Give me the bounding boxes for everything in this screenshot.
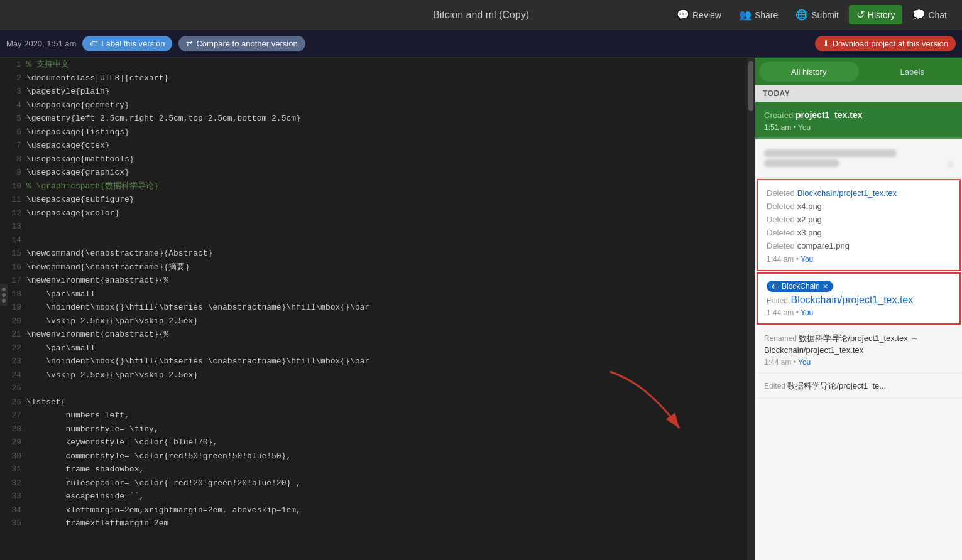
history-item-blockchain-edit[interactable]: 🏷 BlockChain ✕ Edited Blockchain/project… [757, 272, 961, 325]
header: Bitcion and ml (Copy) 💬 Review 👥 Share 🌐… [0, 0, 962, 30]
line-content: \par\small [24, 342, 746, 355]
gutter-dot [2, 299, 6, 303]
item-meta: 1:51 am • You [764, 123, 953, 132]
code-line: 23 \noindent\mbox{}\hfill{\bfseries \cna… [5, 355, 746, 369]
blockchain-tag: 🏷 BlockChain ✕ [767, 281, 833, 292]
compare-version-button[interactable]: ⇄ Compare to another version [178, 36, 305, 51]
code-line: 28 numberstyle= \tiny, [5, 423, 746, 436]
line-number: 11 [5, 193, 24, 207]
code-line: 1% 支持中文 [5, 58, 746, 72]
code-line: 20 \vskip 2.5ex}{\par\vskip 2.5ex} [5, 315, 746, 328]
line-content: \newcommand{\cnabstractname}{摘要} [24, 261, 746, 274]
line-number: 25 [5, 382, 24, 396]
code-line: 19 \noindent\mbox{}\hfill{\bfseries \ena… [5, 301, 746, 315]
line-number: 5 [5, 112, 24, 126]
line-number: 4 [5, 99, 24, 112]
code-line: 25 [5, 382, 746, 396]
item-meta-edit: 1:44 am • You [767, 308, 951, 317]
chat-icon: 💭 [912, 9, 925, 21]
line-number: 14 [5, 234, 24, 247]
history-item-deleted-group[interactable]: Deleted Blockchain/project1_tex.tex Dele… [757, 179, 961, 271]
deleted-entry-5: Deleted compare1.png [767, 239, 951, 252]
history-list: Today Created project1_tex.tex 1:51 am •… [755, 85, 962, 560]
gutter-dot [2, 293, 6, 297]
code-line: 3\pagestyle{plain} [5, 85, 746, 99]
history-button[interactable]: ↺ History [849, 5, 903, 24]
submit-button[interactable]: 🌐 Submit [788, 5, 846, 24]
tag-remove-button[interactable]: ✕ [823, 283, 828, 291]
code-line: 18 \par\small [5, 288, 746, 301]
history-item-blurred[interactable]: o [755, 139, 962, 178]
line-number: 3 [5, 85, 24, 99]
line-number: 6 [5, 126, 24, 139]
scrollbar-track[interactable] [747, 58, 755, 560]
submit-icon: 🌐 [795, 9, 808, 21]
history-item-renamed[interactable]: Renamed 数据科学导论/project1_tex.tex → Blockc… [755, 326, 962, 374]
download-version-button[interactable]: ⬇ Download project at this version [815, 36, 956, 51]
line-content: \usepackage{ctex} [24, 139, 746, 153]
line-content: rulesepcolor= \color{ red!20!green!20!bl… [24, 477, 746, 490]
item-action-row: Renamed 数据科学导论/project1_tex.tex → Blockc… [764, 332, 953, 355]
line-content: \par\small [24, 288, 746, 301]
item-meta-deleted: 1:44 am • You [767, 255, 951, 264]
tab-all-history[interactable]: All history [759, 62, 859, 82]
deleted-entry-4: Deleted x3.png [767, 226, 951, 239]
section-today: Today [755, 85, 962, 102]
item-meta-renamed: 1:44 am • You [764, 358, 953, 367]
code-line: 7\usepackage{ctex} [5, 139, 746, 153]
code-line: 16\newcommand{\cnabstractname}{摘要} [5, 261, 746, 274]
line-content: \newenvironment{cnabstract}{% [24, 328, 746, 342]
scrollbar-thumb[interactable] [748, 61, 753, 111]
tag-icon: 🏷 [90, 39, 98, 48]
line-content: % \graphicspath{数据科学导论} [24, 180, 746, 193]
code-line: 15\newcommand{\enabstractname}{Abstract} [5, 247, 746, 261]
line-number: 16 [5, 261, 24, 274]
review-button[interactable]: 💬 Review [669, 5, 729, 24]
deleted-entry-2: Deleted x4.png [767, 200, 951, 213]
line-content: \usepackage{graphicx} [24, 166, 746, 180]
review-icon: 💬 [677, 9, 689, 21]
line-content: framextleftmargin=2em [24, 517, 746, 530]
history-icon: ↺ [856, 9, 865, 21]
line-content: \usepackage{geometry} [24, 99, 746, 112]
code-line: 5\geometry{left=2.5cm,right=2.5cm,top=2.… [5, 112, 746, 126]
item-action-row: Edited 数据科学导论/project1_te... [764, 380, 953, 392]
line-number: 23 [5, 355, 24, 369]
line-content: \newcommand{\enabstractname}{Abstract} [24, 247, 746, 261]
code-line: 2\documentclass[UTF8]{ctexart} [5, 72, 746, 85]
code-line: 4\usepackage{geometry} [5, 99, 746, 112]
line-number: 12 [5, 207, 24, 220]
chat-button[interactable]: 💭 Chat [905, 5, 954, 24]
code-line: 29 keywordstyle= \color{ blue!70}, [5, 436, 746, 450]
tag-container: 🏷 BlockChain ✕ [767, 280, 951, 294]
tag-icon: 🏷 [772, 282, 779, 291]
code-panel: 1% 支持中文2\documentclass[UTF8]{ctexart}3\p… [0, 58, 755, 560]
code-line: 27 numbers=left, [5, 409, 746, 423]
left-gutter[interactable] [0, 284, 8, 306]
share-icon: 👥 [739, 9, 752, 21]
line-number: 17 [5, 274, 24, 288]
code-line: 31 frame=shadowbox, [5, 463, 746, 477]
share-button[interactable]: 👥 Share [731, 5, 785, 24]
blur-placeholder [764, 149, 897, 157]
line-number: 15 [5, 247, 24, 261]
line-content: numbers=left, [24, 409, 746, 423]
code-line: 26\lstset{ [5, 396, 746, 409]
code-line: 24 \vskip 2.5ex}{\par\vskip 2.5ex} [5, 369, 746, 382]
line-content: \usepackage{xcolor} [24, 207, 746, 220]
item-action: Created project1_tex.tex [764, 109, 953, 121]
line-number: 1 [5, 58, 24, 72]
code-line: 35 framextleftmargin=2em [5, 517, 746, 530]
main-content: 1% 支持中文2\documentclass[UTF8]{ctexart}3\p… [0, 58, 962, 560]
side-tabs: All history Labels [755, 58, 962, 85]
line-number: 26 [5, 396, 24, 409]
label-version-button[interactable]: 🏷 Label this version [82, 36, 172, 51]
tab-labels[interactable]: Labels [863, 58, 963, 85]
line-content: frame=shadowbox, [24, 463, 746, 477]
history-item-edited-data[interactable]: Edited 数据科学导论/project1_te... [755, 374, 962, 399]
history-item-active[interactable]: Created project1_tex.tex 1:51 am • You [755, 102, 962, 139]
code-editor[interactable]: 1% 支持中文2\documentclass[UTF8]{ctexart}3\p… [0, 58, 755, 560]
code-line: 22 \par\small [5, 342, 746, 355]
code-line: 32 rulesepcolor= \color{ red!20!green!20… [5, 477, 746, 490]
code-line: 12\usepackage{xcolor} [5, 207, 746, 220]
